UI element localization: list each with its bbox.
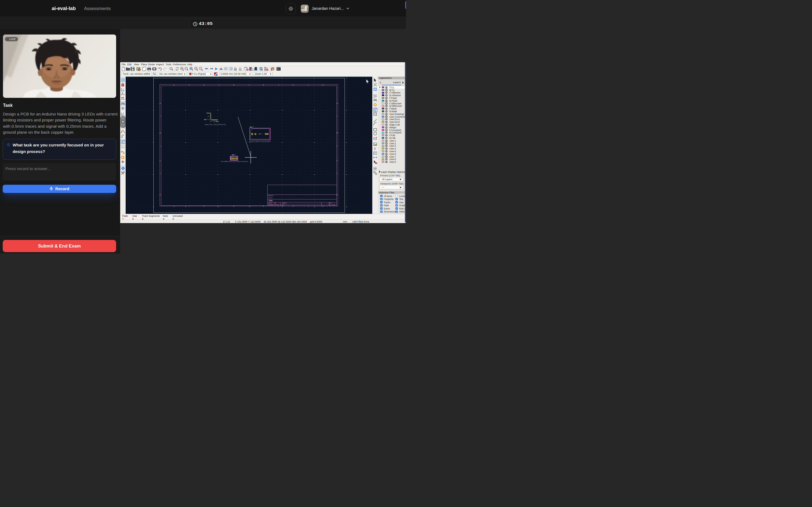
svg-text:r: r [121,88,122,90]
svg-text:REF**: REF** [259,133,263,135]
svg-text:5: 5 [213,121,214,122]
svg-text:A: A [170,67,172,69]
svg-text:0: 0 [210,121,211,122]
svg-text:REF**: REF** [204,119,208,121]
svg-text:in: in [122,92,123,94]
svg-text:10mm: 10mm [206,112,210,114]
svg-text:5: 5 [208,115,209,117]
svg-text:NET: NET [260,68,263,69]
svg-text:mm: mm [121,102,124,104]
svg-text:0: 0 [209,119,210,121]
svg-text:θ: θ [123,90,124,91]
svg-text:T: T [374,147,376,151]
svg-text:10mm: 10mm [215,121,219,122]
svg-text:mil: mil [121,97,124,99]
